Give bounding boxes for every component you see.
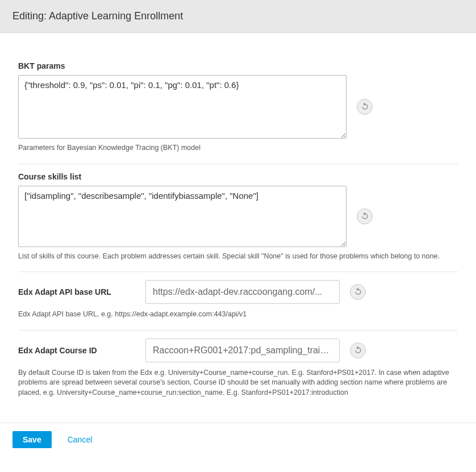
field-course-skills: Course skills list List of skills of thi… xyxy=(18,164,458,272)
save-button[interactable]: Save xyxy=(12,431,52,448)
field-api-url: Edx Adapt API base URL Edx Adapt API bas… xyxy=(18,271,458,330)
course-skills-reset-button[interactable] xyxy=(357,208,373,224)
course-skills-label: Course skills list xyxy=(18,172,458,181)
course-id-help: By default Course ID is taken from the E… xyxy=(18,368,458,398)
course-id-label: Edx Adapt Course ID xyxy=(18,346,135,355)
api-url-input[interactable] xyxy=(145,280,340,304)
course-skills-input[interactable] xyxy=(18,186,346,247)
cancel-button[interactable]: Cancel xyxy=(68,435,93,444)
course-id-input[interactable] xyxy=(145,339,340,362)
bkt-params-help: Parameters for Bayesian Knowledge Tracin… xyxy=(18,143,458,153)
api-url-help: Edx Adapt API base URL, e.g. https://edx… xyxy=(18,310,458,320)
course-id-reset-button[interactable] xyxy=(350,342,366,358)
undo-icon xyxy=(354,287,362,297)
bkt-params-reset-button[interactable] xyxy=(357,99,373,115)
editor-title: Editing: Adaptive Learning Enrollment xyxy=(12,10,183,22)
api-url-reset-button[interactable] xyxy=(350,284,366,300)
editor-content: BKT params Parameters for Bayesian Knowl… xyxy=(10,43,466,412)
course-skills-help: List of skills of this course. Each prob… xyxy=(18,252,458,262)
field-course-id: Edx Adapt Course ID By default Course ID… xyxy=(18,330,458,408)
bkt-params-input[interactable] xyxy=(18,75,346,139)
api-url-label: Edx Adapt API base URL xyxy=(18,287,135,296)
course-id-row: Edx Adapt Course ID xyxy=(18,339,458,362)
field-bkt-params: BKT params Parameters for Bayesian Knowl… xyxy=(18,53,458,164)
bkt-params-label: BKT params xyxy=(18,61,458,70)
undo-icon xyxy=(354,345,362,356)
editor-footer: Save Cancel xyxy=(0,423,476,455)
editor-header: Editing: Adaptive Learning Enrollment xyxy=(0,0,476,33)
course-skills-row xyxy=(18,186,458,247)
undo-icon xyxy=(361,102,369,112)
api-url-row: Edx Adapt API base URL xyxy=(18,280,458,304)
bkt-params-row xyxy=(18,75,458,139)
undo-icon xyxy=(361,211,369,222)
